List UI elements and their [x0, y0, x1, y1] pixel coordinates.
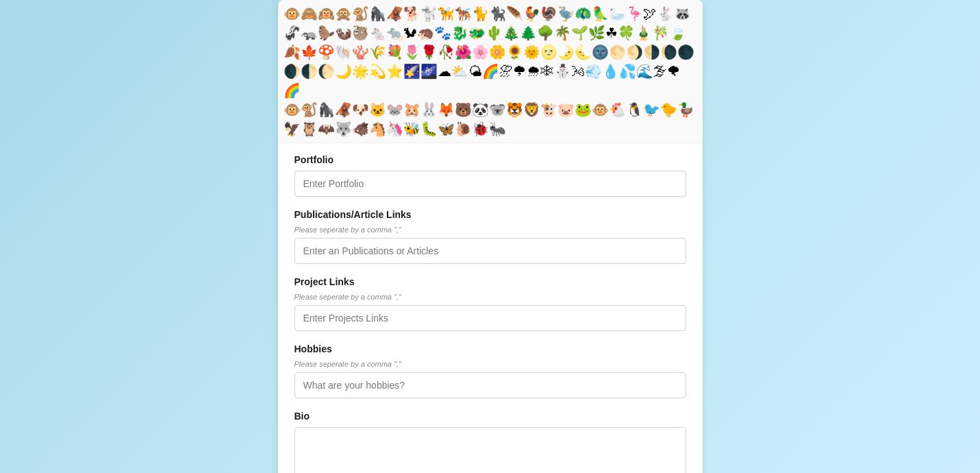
hobbies-label: Hobbies — [294, 343, 686, 354]
portfolio-label: Portfolio — [294, 154, 686, 165]
form-card: 🐵🙈🙉🙊🐒🦍🦧🐕🐩🦮🐕‍🦺🐈🐈‍⬛🪶🐓🦃🦤🦚🦜🦢🦩🕊🐇🦝🦨🦡🦫🦦🦥🐁🐀🐿🦔🐾🐉🐲… — [278, 0, 703, 473]
form-body: Portfolio Publications/Article Links Ple… — [278, 143, 703, 473]
publications-label: Publications/Article Links — [294, 209, 686, 220]
bio-field-group: Bio — [294, 411, 686, 473]
hobbies-field-group: Hobbies Please seperate by a comma "," — [294, 343, 686, 398]
project-links-hint: Please seperate by a comma "," — [294, 293, 686, 301]
publications-input[interactable] — [294, 238, 686, 264]
project-links-field-group: Project Links Please seperate by a comma… — [294, 276, 686, 331]
hobbies-hint: Please seperate by a comma "," — [294, 360, 686, 368]
publications-hint: Please seperate by a comma "," — [294, 226, 686, 234]
bio-label: Bio — [294, 411, 686, 422]
project-links-label: Project Links — [294, 276, 686, 287]
emoji-strip: 🐵🙈🙉🙊🐒🦍🦧🐕🐩🦮🐕‍🦺🐈🐈‍⬛🪶🐓🦃🦤🦚🦜🦢🦩🕊🐇🦝🦨🦡🦫🦦🦥🐁🐀🐿🦔🐾🐉🐲… — [278, 0, 703, 143]
portfolio-field-group: Portfolio — [294, 154, 686, 197]
bio-textarea[interactable] — [294, 427, 686, 473]
portfolio-input[interactable] — [294, 171, 686, 197]
project-links-input[interactable] — [294, 305, 686, 331]
publications-field-group: Publications/Article Links Please sepera… — [294, 209, 686, 264]
hobbies-input[interactable] — [294, 372, 686, 398]
